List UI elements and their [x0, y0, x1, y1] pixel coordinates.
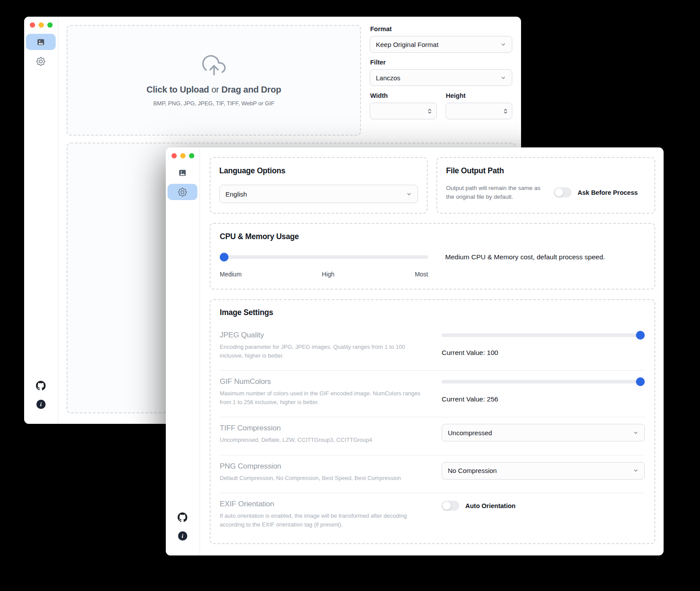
section-title: Image Settings	[220, 308, 645, 317]
minimize-button[interactable]	[180, 153, 186, 158]
file-output-path-section: File Output Path Output path will remain…	[436, 157, 655, 214]
gif-numcolors-label: GIF NumColors	[220, 377, 429, 386]
height-label: Height	[446, 92, 513, 99]
height-stepper[interactable]	[446, 103, 513, 119]
jpeg-quality-slider[interactable]	[442, 333, 645, 337]
sidebar-item-settings[interactable]	[26, 53, 56, 69]
sidebar-item-settings[interactable]	[168, 184, 197, 200]
minimize-button[interactable]	[39, 22, 44, 28]
settings-window: i Language Options English File Output P…	[166, 147, 664, 555]
tiff-compression-description: Uncompressed, Deflate, LZW, CCITTGroup3,…	[220, 436, 429, 444]
tick-medium: Medium	[220, 271, 242, 278]
jpeg-quality-label: JPEG Quality	[220, 331, 429, 340]
upload-title-click: Click to Upload	[146, 85, 209, 94]
cpu-usage-slider[interactable]	[220, 255, 428, 259]
image-settings-section: Image Settings JPEG Quality Encoding par…	[210, 299, 655, 544]
chevron-down-icon	[500, 75, 506, 81]
chevron-down-icon	[500, 42, 506, 47]
sidebar: i	[166, 147, 200, 555]
format-select[interactable]: Keep Original Format	[370, 36, 512, 53]
info-button[interactable]: i	[36, 400, 46, 409]
image-icon	[178, 168, 187, 177]
toggle-knob	[443, 501, 451, 510]
width-label: Width	[370, 92, 437, 99]
png-compression-row: PNG Compression Default Compression, No …	[220, 455, 645, 493]
filter-select-value: Lanczos	[376, 74, 400, 82]
gif-numcolors-description: Maximum number of colors used in the GIF…	[220, 389, 429, 406]
png-compression-description: Default Compression, No Compression, Bes…	[220, 474, 429, 483]
width-input[interactable]	[375, 107, 428, 115]
stepper-arrows-icon	[504, 108, 507, 115]
slider-thumb[interactable]	[636, 377, 645, 386]
chevron-down-icon	[406, 191, 412, 197]
chevron-down-icon	[633, 468, 639, 473]
tiff-compression-value: Uncompressed	[448, 429, 492, 437]
gear-icon	[36, 57, 45, 66]
zoom-button[interactable]	[47, 22, 53, 28]
tick-most: Most	[415, 271, 428, 278]
gear-icon	[178, 188, 187, 197]
chevron-down-icon	[633, 430, 639, 436]
sidebar: i	[24, 17, 58, 424]
upload-cloud-icon	[202, 54, 226, 78]
language-select[interactable]: English	[219, 185, 418, 203]
cpu-status-text: Medium CPU & Memory cost, default proces…	[445, 253, 605, 261]
tick-high: High	[322, 271, 335, 278]
format-select-value: Keep Original Format	[376, 41, 439, 48]
png-compression-label: PNG Compression	[220, 462, 429, 471]
ask-before-process-label: Ask Before Process	[578, 189, 638, 196]
language-select-value: English	[225, 190, 247, 198]
format-label: Format	[370, 25, 512, 32]
window-controls	[171, 153, 194, 158]
github-icon	[178, 512, 187, 522]
stepper-arrows-icon	[428, 108, 432, 115]
section-title: Language Options	[219, 166, 418, 176]
exif-orientation-row: EXIF Orientation If auto orientation is …	[220, 493, 645, 539]
section-title: File Output Path	[446, 166, 646, 176]
desktop: i Click to Upload or Drag and Drop BMP, …	[0, 0, 700, 591]
sidebar-item-images[interactable]	[26, 34, 56, 50]
slider-thumb[interactable]	[636, 331, 645, 340]
tiff-compression-select[interactable]: Uncompressed	[442, 424, 645, 441]
filter-select[interactable]: Lanczos	[370, 69, 512, 86]
sidebar-item-images[interactable]	[168, 165, 197, 181]
conversion-options-panel: Format Keep Original Format Filter Lancz…	[370, 25, 512, 119]
upload-title-or: or	[209, 85, 221, 94]
height-input[interactable]	[451, 107, 504, 115]
png-compression-select[interactable]: No Compression	[442, 462, 645, 480]
ask-before-process-toggle[interactable]	[554, 187, 571, 197]
jpeg-quality-row: JPEG Quality Encoding parameter for JPG,…	[220, 331, 645, 370]
github-button[interactable]	[36, 381, 46, 392]
output-path-description: Output path will remain the same as the …	[446, 184, 549, 201]
github-icon	[36, 381, 46, 390]
window-controls	[30, 22, 53, 28]
filter-label: Filter	[370, 59, 512, 66]
close-button[interactable]	[171, 153, 177, 158]
slider-thumb[interactable]	[220, 253, 229, 261]
upload-formats: BMP, PNG, JPG, JPEG, TIF, TIFF, WebP or …	[153, 100, 274, 107]
info-button[interactable]: i	[178, 531, 187, 541]
gif-numcolors-slider[interactable]	[442, 380, 645, 383]
upload-title: Click to Upload or Drag and Drop	[146, 85, 281, 95]
toggle-knob	[555, 188, 563, 197]
auto-orientation-toggle[interactable]	[442, 501, 459, 511]
exif-orientation-label: EXIF Orientation	[220, 500, 429, 509]
upload-dropzone[interactable]: Click to Upload or Drag and Drop BMP, PN…	[67, 25, 361, 136]
image-icon	[36, 38, 45, 47]
upload-title-drag: Drag and Drop	[221, 85, 281, 94]
gif-numcolors-row: GIF NumColors Maximum number of colors u…	[220, 370, 645, 417]
section-title: CPU & Memory Usage	[220, 232, 645, 241]
tiff-compression-row: TIFF Compression Uncompressed, Deflate, …	[220, 417, 645, 455]
gif-numcolors-current-value: Current Value: 256	[442, 395, 645, 403]
cpu-memory-section: CPU & Memory Usage Medium High Most Medi…	[210, 223, 655, 290]
zoom-button[interactable]	[189, 153, 194, 158]
jpeg-quality-current-value: Current Value: 100	[442, 349, 645, 357]
exif-orientation-description: If auto orientation is enabled, the imag…	[220, 512, 429, 529]
close-button[interactable]	[30, 22, 35, 28]
png-compression-value: No Compression	[448, 467, 497, 474]
cpu-slider-ticks: Medium High Most	[220, 271, 428, 278]
github-button[interactable]	[178, 512, 187, 524]
auto-orientation-label: Auto Orientation	[465, 502, 515, 509]
width-stepper[interactable]	[370, 103, 437, 119]
jpeg-quality-description: Encoding parameter for JPG, JPEG images.…	[220, 343, 429, 360]
